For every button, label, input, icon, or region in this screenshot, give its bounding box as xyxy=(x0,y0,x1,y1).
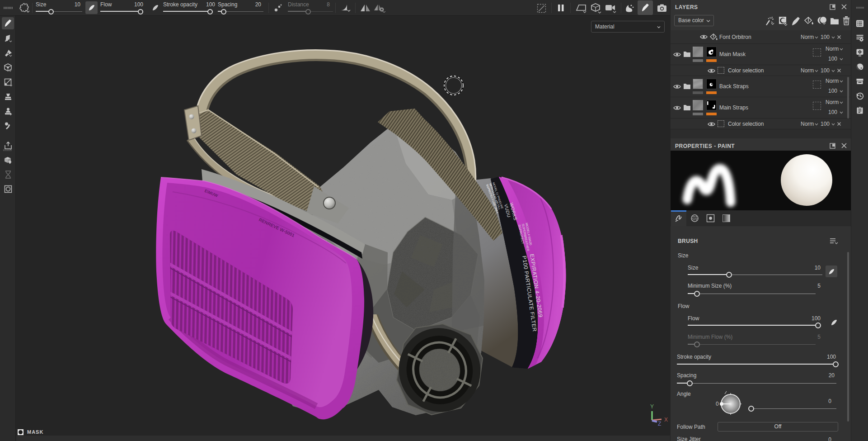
svg-text:Y: Y xyxy=(650,403,654,410)
svg-text:X: X xyxy=(664,417,668,423)
svg-text:Z: Z xyxy=(658,421,661,427)
